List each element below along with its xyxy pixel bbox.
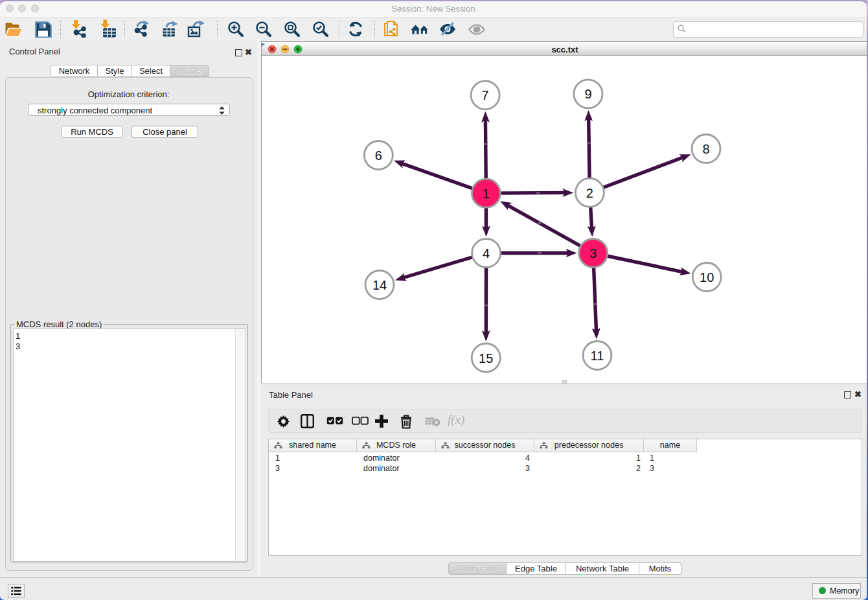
svg-text:7: 7 — [482, 88, 489, 102]
svg-text:1: 1 — [483, 187, 490, 201]
svg-text:11: 11 — [591, 349, 604, 363]
svg-text:2: 2 — [586, 186, 593, 200]
svg-text:6: 6 — [375, 148, 382, 163]
svg-text:9: 9 — [584, 87, 591, 101]
svg-text:8: 8 — [702, 142, 709, 156]
svg-text:3: 3 — [589, 246, 597, 260]
svg-text:14: 14 — [372, 278, 387, 292]
svg-text:15: 15 — [479, 351, 493, 365]
svg-text:10: 10 — [700, 270, 714, 284]
svg-text:4: 4 — [483, 246, 490, 260]
